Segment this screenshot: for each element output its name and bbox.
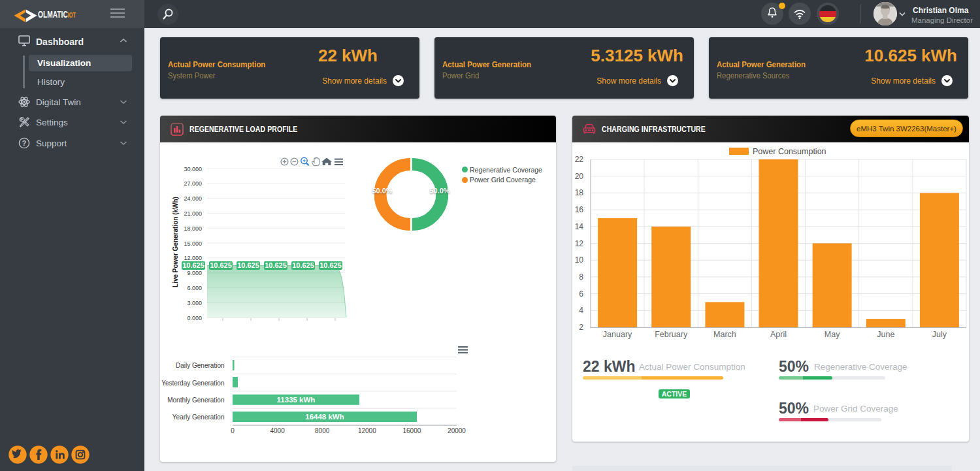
svg-text:16000: 16000 xyxy=(402,427,421,434)
svg-text:0: 0 xyxy=(231,427,235,434)
svg-text:24.000: 24.000 xyxy=(184,195,202,202)
svg-text:4: 4 xyxy=(579,306,583,315)
svg-text:4000: 4000 xyxy=(270,427,285,434)
svg-text:18: 18 xyxy=(575,188,584,197)
svg-text:?: ? xyxy=(22,139,26,147)
svg-text:Yesterday Generation: Yesterday Generation xyxy=(161,380,224,387)
svg-text:July: July xyxy=(932,330,947,339)
svg-text:16448 kWh: 16448 kWh xyxy=(305,413,344,421)
svg-text:3.000: 3.000 xyxy=(187,300,202,306)
svg-text:27.000: 27.000 xyxy=(184,180,202,187)
svg-text:20: 20 xyxy=(575,172,584,181)
svg-text:March: March xyxy=(713,330,736,339)
svg-text:6: 6 xyxy=(579,289,583,299)
svg-text:16: 16 xyxy=(575,205,584,214)
svg-text:9.000: 9.000 xyxy=(187,270,202,276)
svg-text:12.000: 12.000 xyxy=(184,255,202,261)
svg-text:8000: 8000 xyxy=(315,427,330,434)
svg-text:0.000: 0.000 xyxy=(187,315,202,321)
svg-text:30.000: 30.000 xyxy=(184,166,202,172)
svg-text:10: 10 xyxy=(575,255,584,265)
svg-text:January: January xyxy=(603,330,632,339)
svg-text:6.000: 6.000 xyxy=(187,285,202,291)
svg-text:11335 kWh: 11335 kWh xyxy=(277,396,316,404)
svg-text:February: February xyxy=(655,330,688,339)
svg-text:21.000: 21.000 xyxy=(184,210,202,217)
svg-text:April: April xyxy=(770,330,787,339)
svg-text:2: 2 xyxy=(579,323,583,332)
svg-text:Monthly Generation: Monthly Generation xyxy=(167,397,224,404)
svg-text:12: 12 xyxy=(575,239,584,248)
svg-text:Yearly Generation: Yearly Generation xyxy=(172,414,225,421)
svg-text:May: May xyxy=(825,330,840,339)
svg-text:14: 14 xyxy=(575,222,584,231)
svg-text:12000: 12000 xyxy=(358,427,376,434)
svg-text:8: 8 xyxy=(579,272,583,282)
svg-text:18.000: 18.000 xyxy=(184,225,202,232)
svg-text:20000: 20000 xyxy=(448,427,466,434)
svg-text:Daily Generation: Daily Generation xyxy=(176,362,224,369)
svg-text:15.000: 15.000 xyxy=(184,240,202,247)
svg-text:June: June xyxy=(877,330,894,339)
svg-text:22: 22 xyxy=(575,155,584,164)
